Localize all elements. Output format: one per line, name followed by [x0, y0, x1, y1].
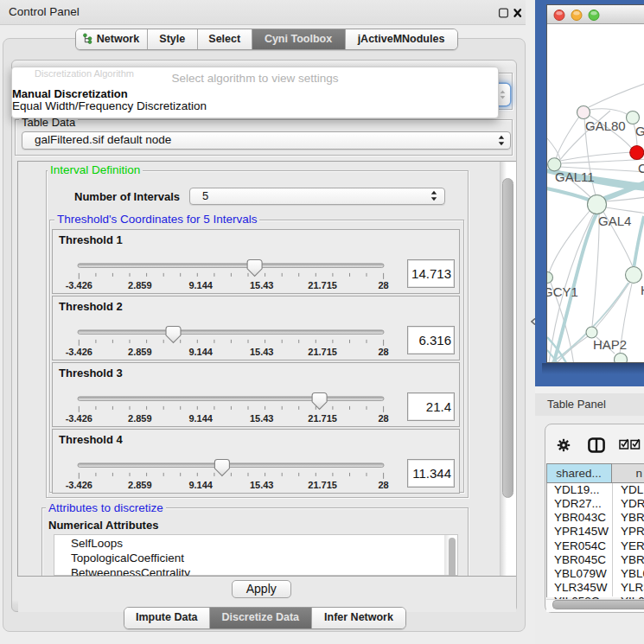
- svg-text:GAL11: GAL11: [555, 169, 595, 184]
- svg-text:C: C: [638, 161, 644, 175]
- svg-text:H: H: [641, 283, 644, 297]
- svg-text:GAL4: GAL4: [598, 214, 631, 228]
- svg-text:GA: GA: [635, 124, 644, 138]
- svg-text:GAL80: GAL80: [585, 118, 626, 133]
- svg-text:GCY1: GCY1: [547, 284, 578, 299]
- svg-text:HAP2: HAP2: [593, 337, 627, 352]
